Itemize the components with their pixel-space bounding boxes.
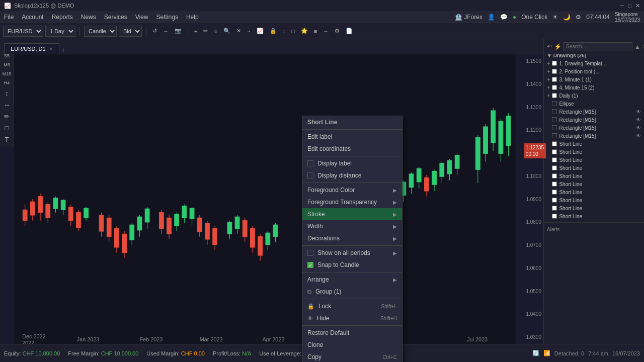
indicator-daily[interactable]: + Daily (1) — [544, 92, 644, 100]
indicator-shortline-5[interactable]: +Short Line — [544, 172, 644, 180]
arrows-button[interactable]: ↕ — [281, 27, 288, 35]
indicator-rect-m15-1[interactable]: + Rectangle [M15] 👁 — [544, 108, 644, 116]
indicator-shortline-9[interactable]: +Short Line — [544, 204, 644, 212]
cm-stroke[interactable]: Stroke ▶ — [302, 208, 402, 220]
indicator-position-tool[interactable]: + 2. Position tool (... — [544, 67, 644, 75]
snapshot-button[interactable]: 📷 — [173, 27, 184, 35]
menu-file[interactable]: File — [4, 14, 14, 21]
ind-cb-2[interactable] — [552, 69, 557, 74]
indicator-shortline-4[interactable]: +Short Line — [544, 164, 644, 172]
symbol-selector[interactable]: EUR/USD — [3, 26, 43, 37]
close-button[interactable]: ✕ — [635, 3, 640, 9]
indicator-shortline-2[interactable]: +Short Line — [544, 148, 644, 156]
dt-h4[interactable]: H4 — [3, 79, 12, 87]
indicator-minute15[interactable]: + 4. Minute 15 (2) — [544, 83, 644, 92]
indicator-ellipse[interactable]: + Ellipse — [544, 100, 644, 108]
timeframe-selector[interactable]: 1 Day — [45, 26, 75, 37]
cm-display-distance-cb[interactable]: ✓ — [307, 172, 313, 178]
indicator-drawing-template[interactable]: + 1. Drawing Templat... — [544, 59, 644, 67]
menu-view[interactable]: View — [135, 14, 148, 21]
cm-display-label-cb[interactable]: ✓ — [307, 160, 313, 166]
dt-updown[interactable]: ↕ — [4, 88, 10, 99]
list-button[interactable]: ≡ — [312, 27, 319, 35]
dt-rect[interactable]: □ — [4, 123, 11, 133]
indicator-shortline-10[interactable]: +Short Line — [544, 212, 644, 220]
indicator-rect-m15-3[interactable]: + Rectangle [M15] 👁 — [544, 124, 644, 132]
cm-snap-cb[interactable]: ✓ — [307, 262, 313, 268]
tab-close-button[interactable]: ✕ — [49, 46, 53, 52]
user-icon[interactable]: 👤 — [488, 14, 495, 21]
menu-news[interactable]: News — [81, 14, 96, 21]
price-type-selector[interactable]: Bid — [119, 26, 142, 37]
menu-services[interactable]: Services — [104, 14, 127, 21]
ind-cb-4[interactable] — [552, 85, 557, 90]
indicator-shortline-3[interactable]: +Short Line — [544, 156, 644, 164]
add-button[interactable]: + — [192, 27, 199, 35]
indicator-shortline-6[interactable]: +Short Line — [544, 180, 644, 188]
indicator-search[interactable] — [564, 42, 632, 51]
tab-add-button[interactable]: + — [61, 46, 65, 54]
forward-button[interactable]: → — [161, 27, 171, 35]
gear-button[interactable]: ⚙ — [333, 27, 342, 35]
right-panel-up[interactable]: ▲ — [634, 43, 640, 50]
star-button[interactable]: 🌟 — [299, 27, 310, 35]
one-click-label[interactable]: One Click — [521, 14, 547, 21]
cm-copy[interactable]: Copy Ctrl+C — [302, 351, 402, 362]
cm-show-all-cb[interactable]: ✓ — [307, 250, 313, 256]
dt-text[interactable]: T — [4, 134, 11, 145]
eye-icon-2[interactable]: 👁 — [636, 117, 641, 123]
ind-cb-7[interactable] — [552, 109, 557, 114]
cross-button[interactable]: ✕ — [234, 27, 243, 35]
chart-area[interactable]: JacobFX Strategy | System | Psychology — [14, 54, 543, 344]
cm-width[interactable]: Width ▶ — [302, 220, 402, 232]
right-panel-back[interactable]: ↶ — [547, 43, 552, 50]
cm-clone[interactable]: Clone — [302, 339, 402, 351]
eye-icon-3[interactable]: 👁 — [636, 125, 641, 131]
tab-eurusd-d1[interactable]: EUR/USD, D1 ✕ — [4, 43, 59, 54]
cm-restore-default[interactable]: Restore Default — [302, 327, 402, 339]
menu-help[interactable]: Help — [186, 14, 199, 21]
ind-cb-5[interactable] — [552, 93, 557, 98]
indicator-shortline-8[interactable]: +Short Line — [544, 196, 644, 204]
right-panel-filter[interactable]: ⚡ — [554, 43, 561, 50]
moon-icon[interactable]: 🌙 — [563, 14, 571, 21]
indicator-rect-m15-4[interactable]: + Rectangle [M15] 👁 — [544, 132, 644, 140]
ind-cb-6[interactable] — [552, 101, 557, 106]
cm-foreground-transparency[interactable]: Foreground Transparency ▶ — [302, 196, 402, 208]
menu-account[interactable]: Account — [22, 14, 43, 21]
dt-leftright[interactable]: ↔ — [2, 100, 12, 110]
eye-icon-4[interactable]: 👁 — [636, 133, 641, 139]
indicator-shortline-7[interactable]: +Short Line — [544, 188, 644, 196]
cm-display-label[interactable]: ✓ Display label — [302, 157, 402, 169]
cm-hide[interactable]: 👁 Hide Shift+H — [302, 312, 402, 324]
doc-button[interactable]: 📄 — [344, 27, 355, 35]
indicator-minute1[interactable]: + 3. Minute 1 (1) — [544, 75, 644, 83]
cm-arrange[interactable]: Arrange ▶ — [302, 274, 402, 286]
minimize-button[interactable]: ─ — [620, 3, 624, 9]
settings-icon[interactable]: ⚙ — [576, 14, 581, 21]
dt-m15[interactable]: M15 — [1, 70, 13, 78]
ind-cb-9[interactable] — [552, 125, 557, 130]
indicator-shortline-1[interactable]: +Short Line — [544, 140, 644, 148]
sun-icon[interactable]: ☀ — [552, 14, 558, 21]
zoom-button[interactable]: 🔍 — [221, 27, 232, 35]
menu-reports[interactable]: Reports — [52, 14, 73, 21]
dt-draw[interactable]: ✏ — [3, 111, 11, 122]
chart-type-selector[interactable]: Candle — [84, 26, 117, 37]
pencil-button[interactable]: ✏ — [201, 27, 210, 35]
cm-edit-label[interactable]: Edit label — [302, 131, 402, 143]
eye-icon-1[interactable]: 👁 — [636, 109, 641, 115]
cm-header-shortline[interactable]: Short Line — [302, 116, 402, 128]
ind-cb-10[interactable] — [552, 133, 557, 138]
cm-lock[interactable]: 🔒 Lock Shift+L — [302, 300, 402, 312]
cm-decorations[interactable]: Decorations ▶ — [302, 232, 402, 244]
cm-group[interactable]: ⧉ Group (1) — [302, 286, 402, 298]
ind-cb-8[interactable] — [552, 117, 557, 122]
square-button[interactable]: □ — [289, 27, 297, 35]
refresh-button[interactable]: ↺ — [150, 27, 159, 35]
dt-m5[interactable]: M5 — [2, 61, 12, 69]
sync-icon[interactable]: 🔄 — [532, 350, 539, 356]
lock-button[interactable]: 🔒 — [268, 27, 279, 35]
cm-show-all-periods[interactable]: ✓ Show on all periods ▶ — [302, 247, 402, 259]
cm-edit-coordinates[interactable]: Edit coordinates — [302, 143, 402, 155]
